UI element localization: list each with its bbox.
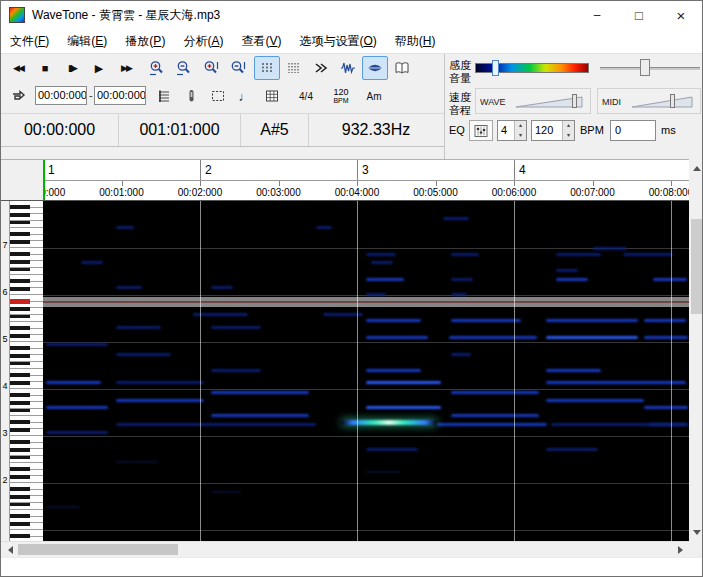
piano-key-black[interactable] (10, 240, 30, 244)
spin-down-icon[interactable]: ▾ (563, 131, 574, 141)
midi-volume-thumb[interactable] (670, 94, 675, 108)
piano-key-black[interactable] (10, 354, 30, 358)
beats-spinner[interactable]: 4 ▴ ▾ (497, 120, 527, 141)
sensitivity-slider-thumb[interactable] (492, 60, 499, 76)
stop-button[interactable]: ■ (32, 56, 58, 80)
selection-tool-button[interactable] (205, 84, 231, 108)
volume-slider-thumb[interactable] (640, 59, 650, 76)
loop-button[interactable] (5, 84, 31, 108)
piano-key-black[interactable] (10, 362, 30, 366)
spin-up-icon[interactable]: ▴ (563, 121, 574, 131)
loop-end-field[interactable]: 00:00:000 (94, 86, 146, 105)
sensitivity-slider[interactable] (475, 61, 589, 75)
piano-key-black[interactable] (10, 522, 30, 526)
piano-key-black[interactable] (10, 409, 30, 413)
close-button[interactable]: × (660, 1, 702, 29)
grid-lines-toggle-button[interactable] (254, 56, 280, 80)
piano-key-black[interactable] (10, 326, 30, 330)
piano-key-black[interactable] (10, 279, 30, 283)
tempo-spinner[interactable]: 120 ▴ ▾ (531, 120, 575, 141)
piano-key-black[interactable] (10, 401, 30, 405)
wave-volume-thumb[interactable] (572, 94, 577, 108)
piano-key-black[interactable] (10, 381, 30, 385)
maximize-button[interactable]: □ (618, 1, 660, 29)
piano-key-black[interactable] (10, 514, 30, 518)
scroll-up-button[interactable] (689, 159, 703, 176)
time-signature-button[interactable]: 4/4 (289, 84, 323, 108)
menu-item-0[interactable]: 文件(F) (1, 29, 58, 53)
waveform-display-button[interactable] (335, 56, 361, 80)
piano-key-black[interactable] (10, 456, 30, 460)
spectrum-display-button[interactable] (362, 56, 388, 80)
scroll-left-button[interactable] (1, 542, 18, 558)
piano-key-black[interactable] (10, 448, 30, 452)
score-book-button[interactable] (389, 56, 415, 80)
horizontal-scrollbar-thumb[interactable] (18, 544, 178, 555)
fast-forward-button[interactable]: ▶▶ (113, 56, 139, 80)
piano-key-black[interactable] (10, 315, 30, 319)
spin-up-icon[interactable]: ▴ (515, 121, 526, 131)
piano-key-black[interactable] (10, 475, 30, 479)
vertical-scrollbar-thumb[interactable] (691, 219, 702, 314)
menu-item-3[interactable]: 分析(A) (174, 29, 232, 53)
beat-lines-toggle-button[interactable] (281, 56, 307, 80)
tempo-button[interactable]: 120 BPM (326, 84, 356, 108)
menu-item-6[interactable]: 帮助(H) (386, 29, 445, 53)
volume-slider[interactable] (600, 59, 700, 77)
piano-key-black[interactable] (10, 393, 30, 397)
piano-key-black[interactable] (10, 232, 30, 236)
key-button[interactable]: Am (360, 84, 388, 108)
piano-key-black[interactable] (10, 213, 30, 217)
piano-key-black[interactable] (10, 428, 30, 432)
zoom-out-vertical-button[interactable] (225, 56, 251, 80)
piano-key-black[interactable] (10, 534, 30, 538)
note-input-button[interactable]: ♩ (232, 84, 258, 108)
piano-key-selected[interactable] (10, 299, 30, 304)
piano-key-black[interactable] (10, 287, 30, 291)
piano-key-black[interactable] (10, 221, 30, 225)
pause-button[interactable]: ▮▶ (59, 56, 85, 80)
volume-slider-track[interactable] (600, 67, 700, 70)
piano-key-black[interactable] (10, 487, 30, 491)
zoom-out-horizontal-button[interactable] (171, 56, 197, 80)
horizontal-scrollbar[interactable] (1, 541, 689, 557)
piano-key-black[interactable] (10, 440, 30, 444)
midi-volume-wedge[interactable] (630, 93, 696, 111)
note-list-button[interactable] (259, 84, 285, 108)
zoom-in-horizontal-button[interactable] (144, 56, 170, 80)
spin-down-icon[interactable]: ▾ (515, 131, 526, 141)
rewind-button[interactable]: ◀◀ (5, 56, 31, 80)
piano-keyboard[interactable] (9, 201, 43, 541)
piano-key-black[interactable] (10, 268, 30, 272)
vertical-scrollbar[interactable] (689, 159, 703, 541)
offset-field[interactable]: 0 (610, 120, 656, 141)
ruler-scale[interactable]: 123400:00:00000:01:00000:02:00000:03:000… (43, 160, 689, 200)
auto-scroll-button[interactable] (308, 56, 334, 80)
piano-key-black[interactable] (10, 260, 30, 264)
menu-item-4[interactable]: 查看(V) (232, 29, 290, 53)
piano-key-black[interactable] (10, 334, 30, 338)
piano-key-black[interactable] (10, 495, 30, 499)
scroll-down-button[interactable] (689, 524, 703, 541)
spectrogram-view[interactable] (43, 201, 689, 541)
staff-view-button[interactable] (151, 84, 177, 108)
playhead-marker[interactable] (43, 160, 45, 200)
menu-item-2[interactable]: 播放(P) (116, 29, 174, 53)
marker-pen-button[interactable] (178, 84, 204, 108)
loop-start-field[interactable]: 00:00:000 (35, 86, 87, 105)
timeline-ruler[interactable]: 123400:00:00000:01:00000:02:00000:03:000… (1, 159, 689, 201)
piano-key-black[interactable] (10, 346, 30, 350)
play-button[interactable]: ▶ (86, 56, 112, 80)
scroll-right-button[interactable] (672, 542, 689, 558)
zoom-in-vertical-button[interactable] (198, 56, 224, 80)
piano-key-black[interactable] (10, 503, 30, 507)
eq-button[interactable] (469, 120, 493, 141)
piano-key-black[interactable] (10, 252, 30, 256)
menu-item-1[interactable]: 编辑(E) (58, 29, 116, 53)
piano-key-black[interactable] (10, 205, 30, 209)
menu-item-5[interactable]: 选项与设置(O) (290, 29, 385, 53)
piano-key-black[interactable] (10, 420, 30, 424)
piano-key-black[interactable] (10, 373, 30, 377)
piano-key-black[interactable] (10, 307, 30, 311)
minimize-button[interactable]: – (576, 1, 618, 29)
